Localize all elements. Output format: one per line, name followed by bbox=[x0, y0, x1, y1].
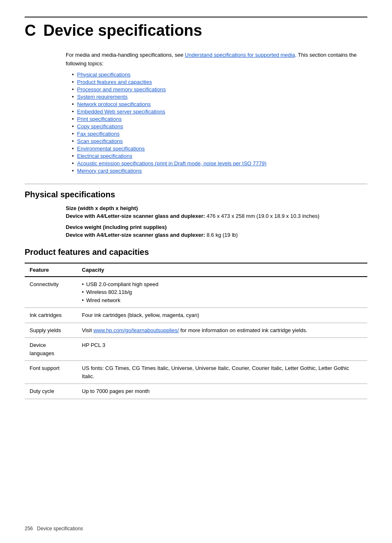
toc-item: Environmental specifications bbox=[72, 146, 367, 152]
toc-item: Fax specifications bbox=[72, 131, 367, 137]
toc-item: Acoustic emission specifications (print … bbox=[72, 160, 367, 166]
table-row: Duty cycleUp to 7000 pages per month bbox=[25, 384, 367, 399]
toc-link[interactable]: Embedded Web server specifications bbox=[77, 109, 165, 115]
toc-link[interactable]: Print specifications bbox=[77, 116, 122, 122]
capacity-cell: Up to 7000 pages per month bbox=[77, 384, 367, 399]
weight-value-bold: Device with A4/Letter-size scanner glass… bbox=[66, 232, 205, 238]
footer-page-num: 256 bbox=[25, 526, 33, 531]
weight-value-text: 8.6 kg (19 lb) bbox=[205, 232, 238, 238]
feature-cell: Duty cycle bbox=[25, 384, 77, 399]
toc-item: Memory card specifications bbox=[72, 168, 367, 174]
table-row: Font supportUS fonts: CG Times, CG Times… bbox=[25, 361, 367, 384]
toc-item: Print specifications bbox=[72, 116, 367, 122]
toc-link[interactable]: Memory card specifications bbox=[77, 168, 142, 174]
page-container: C Device specifications For media and me… bbox=[0, 0, 392, 434]
table-row: ConnectivityUSB 2.0-compliant high speed… bbox=[25, 277, 367, 308]
table-row: Ink cartridgesFour ink cartridges (black… bbox=[25, 308, 367, 323]
top-border bbox=[25, 16, 367, 18]
toc-link[interactable]: System requirements bbox=[77, 94, 128, 100]
size-value-text: 476 x 473 x 258 mm (19.0 x 18.9 x 10.3 i… bbox=[205, 213, 319, 219]
toc-link[interactable]: Acoustic emission specifications (print … bbox=[77, 160, 267, 166]
feature-cell: Device languages bbox=[25, 338, 77, 361]
size-value: Device with A4/Letter-size scanner glass… bbox=[66, 212, 367, 220]
toc-link[interactable]: Processor and memory specifications bbox=[77, 86, 166, 92]
capacity-text-before: Visit bbox=[82, 327, 93, 333]
toc-link[interactable]: Environmental specifications bbox=[77, 146, 145, 152]
toc-item: Network protocol specifications bbox=[72, 101, 367, 107]
table-row: Device languagesHP PCL 3 bbox=[25, 338, 367, 361]
table-header-row: Feature Capacity bbox=[25, 263, 367, 277]
table-row: Supply yieldsVisit www.hp.com/go/learnab… bbox=[25, 323, 367, 338]
toc-link[interactable]: Scan specifications bbox=[77, 138, 123, 144]
toc-link[interactable]: Fax specifications bbox=[77, 131, 120, 137]
toc-link[interactable]: Network protocol specifications bbox=[77, 101, 151, 107]
toc-item: System requirements bbox=[72, 94, 367, 100]
capacity-cell: USB 2.0-compliant high speedWireless 802… bbox=[77, 277, 367, 308]
weight-label: Device weight (including print supplies) bbox=[66, 224, 367, 230]
capacity-list-item: Wireless 802.11b/g bbox=[82, 288, 362, 296]
section-divider bbox=[25, 184, 367, 184]
capacity-list-item: Wired network bbox=[82, 296, 362, 305]
capacity-cell: HP PCL 3 bbox=[77, 338, 367, 361]
capacity-cell: US fonts: CG Times, CG Times Italic, Uni… bbox=[77, 361, 367, 384]
toc-item: Processor and memory specifications bbox=[72, 86, 367, 92]
capacity-cell: Visit www.hp.com/go/learnaboutsupplies/ … bbox=[77, 323, 367, 338]
toc-item: Physical specifications bbox=[72, 72, 367, 78]
chapter-title: C Device specifications bbox=[25, 22, 367, 39]
feature-cell: Font support bbox=[25, 361, 77, 384]
capacity-text-after: for more information on estimated ink ca… bbox=[179, 327, 307, 333]
table-body: ConnectivityUSB 2.0-compliant high speed… bbox=[25, 277, 367, 399]
capacity-list-item: USB 2.0-compliant high speed bbox=[82, 280, 362, 289]
toc-list: Physical specificationsProduct features … bbox=[72, 72, 367, 174]
chapter-letter: C bbox=[25, 22, 36, 39]
features-table: Feature Capacity ConnectivityUSB 2.0-com… bbox=[25, 263, 367, 399]
physical-specs: Size (width x depth x height) Device wit… bbox=[66, 205, 367, 239]
footer: 256 Device specifications bbox=[25, 526, 83, 531]
size-value-bold: Device with A4/Letter-size scanner glass… bbox=[66, 213, 205, 219]
toc-item: Copy specifications bbox=[72, 123, 367, 129]
capacity-cell: Four ink cartridges (black, yellow, mage… bbox=[77, 308, 367, 323]
toc-link[interactable]: Copy specifications bbox=[77, 123, 123, 129]
physical-section-title: Physical specifications bbox=[25, 190, 367, 199]
toc-item: Embedded Web server specifications bbox=[72, 109, 367, 115]
intro-text1: For media and media-handling specificati… bbox=[66, 52, 185, 58]
col-feature: Feature bbox=[25, 263, 77, 277]
feature-cell: Supply yields bbox=[25, 323, 77, 338]
chapter-title-text: Device specifications bbox=[43, 22, 202, 39]
intro-paragraph: For media and media-handling specificati… bbox=[66, 51, 367, 68]
toc-item: Product features and capacities bbox=[72, 79, 367, 85]
product-section-title: Product features and capacities bbox=[25, 247, 367, 257]
capacity-link[interactable]: www.hp.com/go/learnaboutsupplies/ bbox=[93, 327, 179, 333]
size-label: Size (width x depth x height) bbox=[66, 205, 367, 211]
toc-item: Electrical specifications bbox=[72, 153, 367, 159]
toc-link[interactable]: Product features and capacities bbox=[77, 79, 152, 85]
feature-cell: Ink cartridges bbox=[25, 308, 77, 323]
col-capacity: Capacity bbox=[77, 263, 367, 277]
toc-item: Scan specifications bbox=[72, 138, 367, 144]
toc-link[interactable]: Electrical specifications bbox=[77, 153, 132, 159]
intro-link[interactable]: Understand specifications for supported … bbox=[185, 52, 295, 58]
footer-label: Device specifications bbox=[37, 526, 83, 531]
feature-cell: Connectivity bbox=[25, 277, 77, 308]
weight-value: Device with A4/Letter-size scanner glass… bbox=[66, 231, 367, 239]
toc-link[interactable]: Physical specifications bbox=[77, 72, 131, 78]
